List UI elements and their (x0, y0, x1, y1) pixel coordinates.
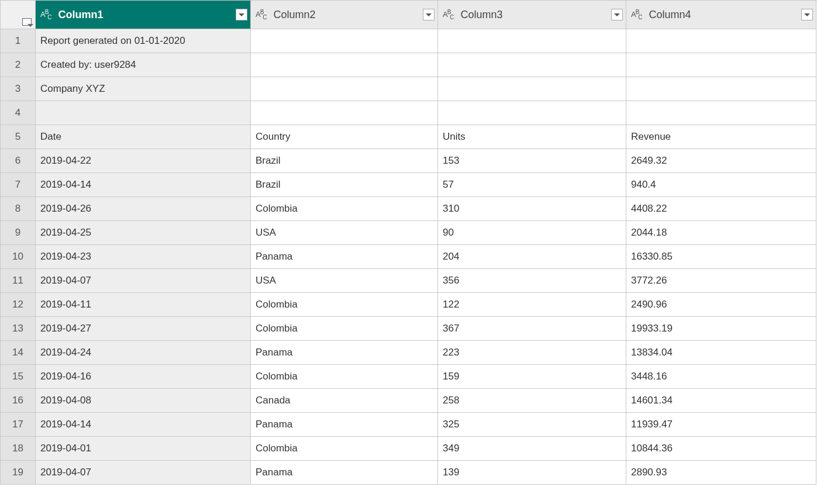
data-cell[interactable]: 356 (438, 269, 626, 293)
row-header[interactable]: 3 (1, 77, 36, 101)
data-cell[interactable]: Panama (251, 413, 438, 437)
data-cell[interactable] (626, 29, 816, 53)
data-cell[interactable]: 2019-04-16 (36, 365, 251, 389)
column-filter-button[interactable] (423, 9, 435, 20)
data-cell[interactable]: Units (438, 125, 626, 149)
column-filter-button[interactable] (236, 9, 247, 20)
data-cell[interactable]: 16330.85 (626, 245, 816, 269)
data-cell[interactable]: 2019-04-27 (36, 317, 251, 341)
data-cell[interactable] (626, 101, 816, 125)
row-header[interactable]: 9 (1, 221, 36, 245)
row-header[interactable]: 11 (1, 269, 36, 293)
row-header[interactable]: 10 (1, 245, 36, 269)
data-cell[interactable]: 223 (438, 341, 626, 365)
data-cell[interactable]: Panama (251, 461, 438, 485)
data-cell[interactable]: Created by: user9284 (36, 53, 251, 77)
row-header[interactable]: 12 (1, 293, 36, 317)
row-header[interactable]: 19 (1, 461, 36, 485)
row-header[interactable]: 18 (1, 437, 36, 461)
data-cell[interactable]: 2019-04-22 (36, 149, 251, 173)
data-cell[interactable]: Colombia (251, 317, 438, 341)
data-cell[interactable]: 4408.22 (626, 197, 816, 221)
row-header[interactable]: 1 (1, 29, 36, 53)
data-cell[interactable]: 2019-04-24 (36, 341, 251, 365)
column-header[interactable]: ABCColumn1 (36, 1, 251, 29)
data-cell[interactable] (438, 77, 626, 101)
row-header[interactable]: 8 (1, 197, 36, 221)
data-cell[interactable]: 153 (438, 149, 626, 173)
data-cell[interactable] (438, 29, 626, 53)
data-cell[interactable]: Date (36, 125, 251, 149)
data-cell[interactable] (251, 77, 438, 101)
data-cell[interactable]: 349 (438, 437, 626, 461)
data-cell[interactable] (36, 101, 251, 125)
data-cell[interactable]: Colombia (251, 437, 438, 461)
data-cell[interactable]: Colombia (251, 365, 438, 389)
data-cell[interactable]: 10844.36 (626, 437, 816, 461)
data-cell[interactable]: 3772.26 (626, 269, 816, 293)
data-cell[interactable]: 2890.93 (626, 461, 816, 485)
data-cell[interactable]: 159 (438, 365, 626, 389)
data-cell[interactable]: Canada (251, 389, 438, 413)
data-cell[interactable]: 139 (438, 461, 626, 485)
data-cell[interactable]: 2019-04-26 (36, 197, 251, 221)
data-cell[interactable] (251, 29, 438, 53)
column-header[interactable]: ABCColumn3 (438, 1, 626, 29)
column-filter-button[interactable] (611, 9, 623, 20)
data-cell[interactable] (251, 53, 438, 77)
data-cell[interactable]: 2019-04-14 (36, 413, 251, 437)
row-header[interactable]: 6 (1, 149, 36, 173)
data-cell[interactable]: 2649.32 (626, 149, 816, 173)
data-cell[interactable]: Panama (251, 245, 438, 269)
data-cell[interactable]: 2019-04-07 (36, 269, 251, 293)
row-header[interactable]: 15 (1, 365, 36, 389)
data-cell[interactable]: Country (251, 125, 438, 149)
data-cell[interactable]: 2490.96 (626, 293, 816, 317)
data-cell[interactable]: 258 (438, 389, 626, 413)
data-cell[interactable]: 940.4 (626, 173, 816, 197)
data-cell[interactable]: 57 (438, 173, 626, 197)
data-cell[interactable]: 2044.18 (626, 221, 816, 245)
row-header[interactable]: 7 (1, 173, 36, 197)
data-cell[interactable]: 367 (438, 317, 626, 341)
data-cell[interactable] (626, 53, 816, 77)
data-cell[interactable]: 2019-04-07 (36, 461, 251, 485)
row-header[interactable]: 14 (1, 341, 36, 365)
data-cell[interactable] (626, 77, 816, 101)
data-cell[interactable]: 2019-04-01 (36, 437, 251, 461)
data-cell[interactable]: 204 (438, 245, 626, 269)
data-cell[interactable]: Company XYZ (36, 77, 251, 101)
data-cell[interactable]: 11939.47 (626, 413, 816, 437)
data-cell[interactable]: Panama (251, 341, 438, 365)
data-cell[interactable]: 90 (438, 221, 626, 245)
row-header[interactable]: 4 (1, 101, 36, 125)
data-cell[interactable]: 2019-04-23 (36, 245, 251, 269)
data-cell[interactable]: 122 (438, 293, 626, 317)
data-cell[interactable]: USA (251, 221, 438, 245)
data-cell[interactable]: Report generated on 01-01-2020 (36, 29, 251, 53)
data-cell[interactable]: 19933.19 (626, 317, 816, 341)
data-cell[interactable]: 2019-04-08 (36, 389, 251, 413)
data-cell[interactable]: 2019-04-14 (36, 173, 251, 197)
row-header[interactable]: 16 (1, 389, 36, 413)
data-cell[interactable]: Colombia (251, 197, 438, 221)
data-cell[interactable] (438, 101, 626, 125)
data-cell[interactable] (251, 101, 438, 125)
data-cell[interactable]: 310 (438, 197, 626, 221)
data-cell[interactable]: 13834.04 (626, 341, 816, 365)
row-header[interactable]: 17 (1, 413, 36, 437)
data-cell[interactable] (438, 53, 626, 77)
data-cell[interactable]: Colombia (251, 293, 438, 317)
data-cell[interactable]: Revenue (626, 125, 816, 149)
select-all-corner[interactable] (1, 1, 36, 29)
column-header[interactable]: ABCColumn2 (251, 1, 438, 29)
row-header[interactable]: 2 (1, 53, 36, 77)
column-filter-button[interactable] (801, 9, 813, 20)
data-cell[interactable]: 2019-04-25 (36, 221, 251, 245)
data-cell[interactable]: 325 (438, 413, 626, 437)
column-header[interactable]: ABCColumn4 (626, 1, 816, 29)
data-cell[interactable]: 3448.16 (626, 365, 816, 389)
data-cell[interactable]: Brazil (251, 149, 438, 173)
row-header[interactable]: 5 (1, 125, 36, 149)
row-header[interactable]: 13 (1, 317, 36, 341)
